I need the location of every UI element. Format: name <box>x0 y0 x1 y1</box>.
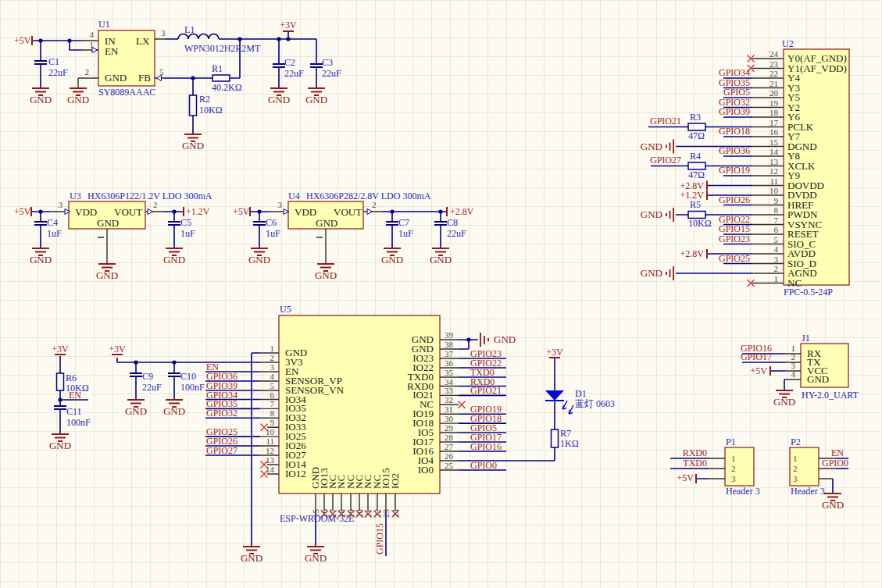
pin-no-u5-b23: 23 <box>381 509 391 519</box>
pin-no-u2-4: 4 <box>774 244 779 254</box>
des-c3: C3 <box>322 57 333 68</box>
pin-no-u5-5: 5 <box>270 381 275 390</box>
net-txd0-p1: TXD0 <box>683 458 707 469</box>
des-c6: C6 <box>266 217 277 228</box>
pin-no-p1-2: 2 <box>731 464 736 473</box>
net-gpio27: GPIO27 <box>650 155 681 166</box>
pin-no-u5-26: 26 <box>445 451 454 461</box>
des-c4: C4 <box>47 217 58 228</box>
title-u4: HX6306P282/2.8V LDO 300mA <box>306 191 431 201</box>
gnd-u5-pin1: GND <box>241 552 262 564</box>
pin-no-u5-4: 4 <box>270 372 275 381</box>
net-u5-gpio27: GPIO27 <box>206 445 237 456</box>
net-u5-gpio16: GPIO16 <box>470 441 502 452</box>
gnd-p2: GND <box>822 499 844 511</box>
capacitor-icon <box>130 373 142 376</box>
net-rxd0-p1: RXD0 <box>683 447 707 458</box>
pin-no-u5-32: 32 <box>445 395 453 404</box>
pin-no-u5-36: 36 <box>445 358 454 368</box>
junction-dot-icon <box>466 337 470 341</box>
junction-dot-icon <box>286 37 290 41</box>
pin-no-u5-13: 13 <box>266 455 275 465</box>
des-j1: J1 <box>802 333 810 344</box>
net-gpio21: GPIO21 <box>650 116 681 127</box>
schematic-drawing: +5VU1INENGNDLXFB41235SY8089AAACC122uFGND… <box>0 0 882 588</box>
pin-no-u2-8: 8 <box>774 205 779 215</box>
des-r7: R7 <box>560 428 571 439</box>
gnd-u5-39: GND <box>494 333 516 345</box>
val-c9: 22uF <box>142 382 162 393</box>
val-d1: 蓝灯 0603 <box>575 398 615 409</box>
pin-no-u5-25: 25 <box>445 461 454 470</box>
net-5v-u4: +5V <box>233 206 250 217</box>
title-p1: Header 3 <box>726 486 760 497</box>
pin-no-j1-4: 4 <box>791 369 796 379</box>
component-p1-body <box>725 447 754 486</box>
capacitor-icon <box>434 222 447 225</box>
gnd-u2-8: GND <box>641 208 662 220</box>
capacitor-icon <box>34 222 47 225</box>
des-u3: U3 <box>70 191 81 201</box>
net-2v8-u4: +2.8V <box>450 206 474 217</box>
gnd-c10: GND <box>163 405 185 417</box>
pin-no-u2-17: 17 <box>770 118 779 127</box>
gnd-c4: GND <box>30 254 52 265</box>
gnd-u3: GND <box>96 269 118 281</box>
pin-no-p2-1: 1 <box>793 454 798 463</box>
net-u2-gpio23: GPIO23 <box>719 233 750 244</box>
gnd-symbol-icon <box>480 333 488 347</box>
junction-dot-icon <box>67 38 71 42</box>
val-c3: 22uF <box>322 68 341 79</box>
pin-no-u5-6: 6 <box>270 390 275 400</box>
des-c2: C2 <box>284 57 295 68</box>
net-u5-gpio32: GPIO32 <box>206 408 237 419</box>
pin-name-u2-1: NC <box>787 277 802 289</box>
gnd-c1: GND <box>30 94 52 105</box>
gnd-c3: GND <box>305 94 327 105</box>
des-r5: R5 <box>690 199 701 210</box>
des-c7: C7 <box>398 217 409 228</box>
val-r5: 10KΩ <box>688 218 712 229</box>
pin-no-u2-9: 9 <box>774 196 779 205</box>
val-r2: 10KΩ <box>199 105 223 116</box>
junction-dot-icon <box>277 37 280 41</box>
pin-no-u5-7: 7 <box>270 399 275 408</box>
pin-no-u5-27: 27 <box>445 442 454 451</box>
pin-no-u5-31: 31 <box>445 404 453 414</box>
val-c11: 100nF <box>66 417 91 428</box>
gnd-j1: GND <box>773 396 795 408</box>
pin-no-u2-3: 3 <box>774 255 779 264</box>
pin-no-u5-14: 14 <box>266 465 275 474</box>
val-c1: 22uF <box>48 67 68 78</box>
pin-name-j1-gnd: GND <box>807 373 829 385</box>
des-p2: P2 <box>791 437 801 447</box>
pin-no-u5-b24: 24 <box>391 509 400 519</box>
des-u2: U2 <box>782 38 794 49</box>
pin-no-u5-b21: 21 <box>363 509 373 518</box>
net-gpio15-bottom: GPIO15 <box>374 523 385 554</box>
junction-dot-icon <box>237 37 241 41</box>
net-u2-gpio39: GPIO39 <box>719 106 750 117</box>
pin-no-u5-11: 11 <box>266 437 274 446</box>
net-u2-gpio36: GPIO36 <box>719 145 750 156</box>
net-3v-c9: +3V <box>109 344 126 355</box>
capacitor-icon <box>168 373 180 376</box>
des-c9: C9 <box>142 371 153 382</box>
title-p2: Header 3 <box>791 486 825 497</box>
pin-no-u5-10: 10 <box>266 427 275 437</box>
pin-no-u2-13: 13 <box>770 157 779 166</box>
des-u4: U4 <box>288 191 300 201</box>
net-u2-gpio26: GPIO26 <box>719 194 750 205</box>
des-u5: U5 <box>280 304 291 315</box>
pin-name-u5-25: IO0 <box>418 464 434 476</box>
pin-arrow-icon <box>148 209 153 215</box>
title-u3: HX6306P122/1.2V LDO 300mA <box>87 191 212 201</box>
junction-dot-icon <box>172 209 176 213</box>
val-c6: 1uF <box>266 228 280 239</box>
pin-no-u4-3: 3 <box>278 200 283 209</box>
pin-name-u5-b24: IO2 <box>389 473 401 489</box>
pin-no-u2-14: 14 <box>770 147 779 156</box>
net-en-r6: EN <box>69 390 81 401</box>
des-p1: P1 <box>726 437 736 447</box>
net-u2-gpio25: GPIO25 <box>719 253 750 264</box>
